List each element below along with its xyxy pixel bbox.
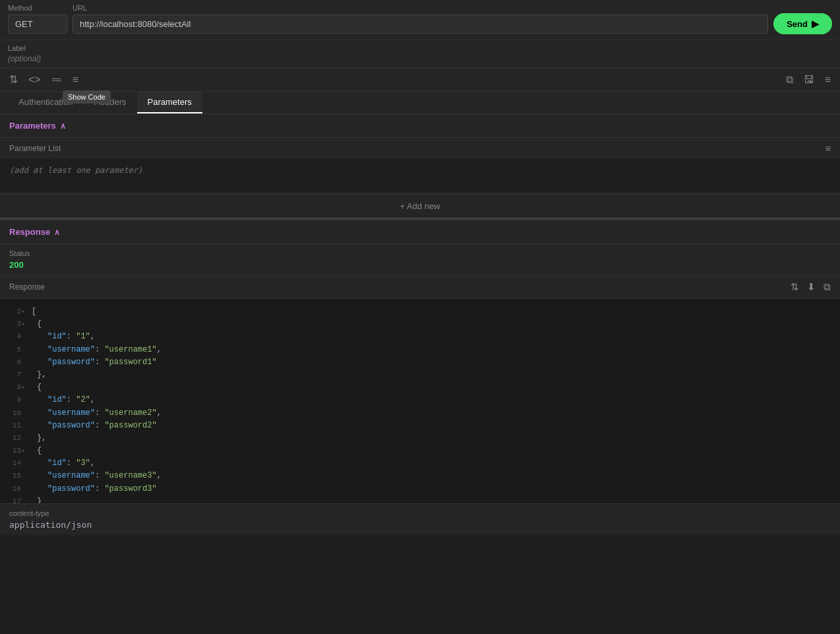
transfer-icon[interactable]: ⇅ bbox=[8, 72, 19, 87]
save-icon[interactable]: 🖫 bbox=[802, 73, 816, 87]
content-type-value: application/json bbox=[9, 520, 831, 530]
code-line: 2▾ [ bbox=[0, 305, 840, 318]
url-input[interactable] bbox=[73, 15, 768, 34]
status-label: Status bbox=[9, 249, 831, 257]
method-label: Method bbox=[8, 4, 67, 12]
copy-icon[interactable]: ⧉ bbox=[785, 73, 795, 87]
menu-icon[interactable]: ≡ bbox=[824, 73, 832, 87]
code-line: 5 "username": "username1", bbox=[0, 344, 840, 356]
response-chevron-icon[interactable]: ∧ bbox=[54, 228, 60, 237]
param-list-label: Parameter List bbox=[9, 144, 61, 153]
param-textarea[interactable] bbox=[0, 159, 840, 192]
expand-icon[interactable]: ⇅ bbox=[791, 281, 799, 293]
add-new-button[interactable]: + Add new bbox=[0, 194, 840, 218]
show-code-icon[interactable]: <> bbox=[27, 73, 42, 87]
parameters-title: Parameters ∧ bbox=[9, 121, 66, 131]
code-line: 3▾ { bbox=[0, 318, 840, 331]
code-line: 15 "username": "username3", bbox=[0, 470, 840, 482]
list-icon[interactable]: ≡ bbox=[71, 73, 80, 87]
code-line: 13▾ { bbox=[0, 445, 840, 457]
code-line: 17 } bbox=[0, 495, 840, 503]
method-select[interactable]: GET POST PUT DELETE bbox=[8, 15, 67, 34]
code-line: 7 }, bbox=[0, 369, 840, 381]
tab-parameters[interactable]: Parameters bbox=[137, 92, 202, 113]
add-header-icon[interactable]: ≔ bbox=[50, 72, 63, 87]
url-label: URL bbox=[73, 4, 832, 12]
status-value: 200 bbox=[9, 260, 831, 270]
label-input[interactable] bbox=[8, 54, 832, 63]
tooltip: Show Code bbox=[63, 90, 111, 104]
content-type-label: content-type bbox=[9, 509, 831, 517]
parameters-chevron-icon[interactable]: ∧ bbox=[60, 121, 66, 131]
code-line: 10 "username": "username2", bbox=[0, 407, 840, 420]
code-line: 6 "password": "password1" bbox=[0, 356, 840, 369]
label-field-label: Label bbox=[8, 44, 832, 52]
param-list-menu-icon[interactable]: ≡ bbox=[825, 143, 831, 154]
code-line: 8▾ { bbox=[0, 381, 840, 394]
response-title: Response ∧ bbox=[9, 227, 60, 237]
send-arrow-icon: ▶ bbox=[812, 18, 819, 29]
code-line: 12 }, bbox=[0, 432, 840, 445]
code-line: 11 "password": "password2" bbox=[0, 420, 840, 432]
code-line: 14 "id": "3", bbox=[0, 457, 840, 470]
code-line: 16 "password": "password3" bbox=[0, 483, 840, 495]
copy-response-icon[interactable]: ⧉ bbox=[824, 281, 831, 293]
code-viewer: 2▾ [ 3▾ { 4 "id": "1", 5 "username": "us… bbox=[0, 299, 840, 503]
code-line: 4 "id": "1", bbox=[0, 331, 840, 343]
response-label: Response bbox=[9, 282, 45, 292]
send-button[interactable]: Send ▶ bbox=[773, 13, 832, 34]
code-line: 9 "id": "2", bbox=[0, 394, 840, 406]
download-icon[interactable]: ⬇ bbox=[807, 281, 816, 293]
